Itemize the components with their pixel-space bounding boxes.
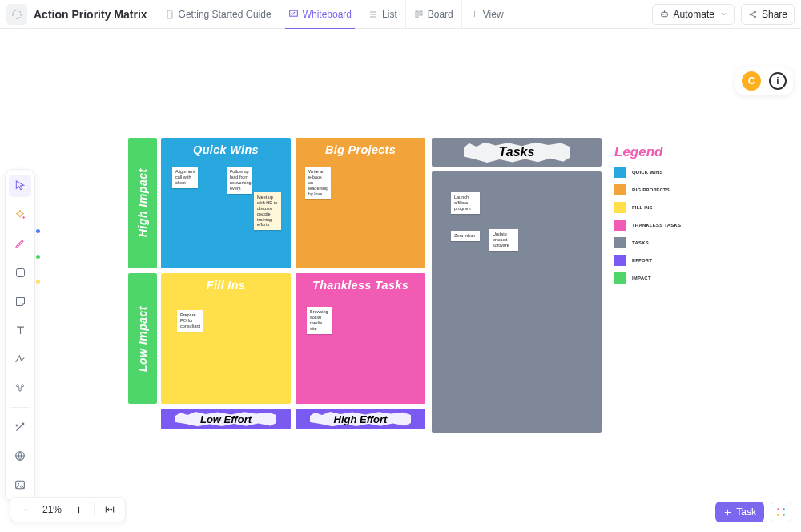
- sticky-card[interactable]: Alignment call with client: [172, 167, 198, 188]
- x-label-high-effort: High Effort: [296, 409, 425, 429]
- sticky-card[interactable]: Browsing social media site: [307, 307, 332, 334]
- view-label: Whiteboard: [303, 9, 352, 20]
- automate-button[interactable]: Automate: [652, 4, 735, 25]
- svg-rect-2: [416, 11, 418, 18]
- legend-item: QUICK WINS: [614, 167, 709, 178]
- page-title: Action Priority Matrix: [34, 8, 147, 21]
- legend-swatch: [614, 272, 626, 284]
- tool-color-dot: [36, 255, 40, 259]
- legend-label: BIG PROJECTS: [632, 187, 670, 192]
- quadrant-title: Quick Wins: [166, 143, 286, 156]
- sticky-card[interactable]: Follow up lead from networking event: [227, 167, 252, 194]
- zoom-out-button[interactable]: [18, 502, 33, 517]
- svg-point-20: [783, 514, 785, 516]
- grid-wrap: Quick Wins Alignment call with client Fo…: [161, 138, 425, 433]
- zoom-control: 21%: [10, 497, 126, 522]
- y-label-low-impact: Low Impact: [128, 273, 157, 404]
- svg-point-0: [13, 10, 22, 18]
- avatar[interactable]: C: [742, 71, 761, 91]
- quadrant-title: Big Projects: [300, 143, 421, 156]
- view-switcher: Getting Started Guide Whiteboard List Bo…: [157, 0, 512, 29]
- svg-point-16: [18, 483, 19, 485]
- view-label: Board: [428, 9, 453, 20]
- view-whiteboard[interactable]: Whiteboard: [280, 0, 360, 29]
- svg-point-18: [783, 508, 785, 510]
- more-shapes-tool[interactable]: [9, 377, 31, 399]
- web-tool[interactable]: [9, 445, 31, 467]
- sticky-card[interactable]: Zero inbox: [451, 231, 480, 241]
- legend-item: TASKS: [614, 237, 709, 248]
- share-button[interactable]: Share: [741, 4, 795, 25]
- quadrant-fill-ins[interactable]: Fill Ins Prepare PO for consultant: [161, 273, 291, 404]
- left-toolbar: [5, 169, 35, 502]
- shape-tool[interactable]: [9, 261, 31, 284]
- svg-point-6: [665, 14, 666, 14]
- legend-item: THANKLESS TASKS: [614, 220, 709, 231]
- legend-title: Legend: [614, 144, 709, 160]
- legend-item: EFFORT: [614, 255, 709, 266]
- connector-tool[interactable]: [9, 348, 31, 370]
- svg-rect-3: [420, 11, 422, 15]
- presence-panel: C i: [735, 67, 793, 95]
- view-label: List: [382, 9, 397, 20]
- y-label-text: High Impact: [136, 169, 149, 238]
- quadrant-quick-wins[interactable]: Quick Wins Alignment call with client Fo…: [161, 138, 291, 268]
- space-icon[interactable]: [6, 4, 27, 25]
- y-label-text: Low Impact: [136, 306, 149, 372]
- sticky-note-tool[interactable]: [9, 290, 31, 312]
- tasks-box[interactable]: Launch affiliate program Zero inbox Upda…: [432, 171, 602, 433]
- legend-swatch: [614, 220, 626, 231]
- zoom-in-button[interactable]: [71, 502, 86, 517]
- view-list[interactable]: List: [360, 0, 406, 29]
- quadrant-thankless[interactable]: Thankless Tasks Browsing social media si…: [296, 273, 425, 404]
- magic-tool[interactable]: [9, 416, 31, 438]
- legend-swatch: [614, 184, 626, 195]
- robot-icon: [659, 9, 670, 19]
- legend-item: IMPACT: [614, 272, 709, 284]
- x-axis: Low Effort High Effort: [161, 409, 425, 429]
- ai-tool[interactable]: [9, 204, 31, 226]
- quadrant-title: Thankless Tasks: [300, 279, 421, 292]
- apps-button[interactable]: [771, 502, 791, 522]
- svg-point-19: [777, 514, 779, 516]
- canvas[interactable]: C i High Impact Low Impact Quick Wins Al…: [0, 29, 801, 532]
- new-task-button[interactable]: Task: [715, 502, 764, 522]
- share-icon: [748, 10, 758, 19]
- tool-color-dot: [36, 229, 40, 233]
- tasks-header: Tasks: [432, 138, 602, 167]
- legend-swatch: [614, 167, 626, 178]
- legend-swatch: [614, 202, 626, 213]
- view-board[interactable]: Board: [406, 0, 462, 29]
- legend-item: BIG PROJECTS: [614, 184, 709, 195]
- plus-icon: [723, 508, 732, 517]
- svg-point-12: [22, 385, 24, 387]
- svg-rect-10: [16, 268, 24, 276]
- sticky-card[interactable]: Meet up with HR to discuss people traini…: [254, 192, 281, 230]
- x-label-text: High Effort: [334, 413, 388, 425]
- svg-rect-4: [661, 12, 667, 16]
- text-tool[interactable]: [9, 319, 31, 341]
- pen-tool[interactable]: [9, 232, 31, 255]
- view-add[interactable]: View: [462, 0, 512, 29]
- bottom-right-controls: Task: [715, 502, 791, 522]
- plus-icon: [470, 10, 479, 18]
- quadrant-big-projects[interactable]: Big Projects Write an e-book on leadersh…: [296, 138, 425, 268]
- zoom-fit-button[interactable]: [103, 502, 117, 517]
- sticky-card[interactable]: Launch affiliate program: [451, 192, 480, 214]
- sticky-card[interactable]: Write an e-book on leadership by love: [305, 167, 331, 199]
- automate-label: Automate: [674, 9, 714, 20]
- legend-label: EFFORT: [632, 258, 652, 263]
- tool-color-dot: [36, 280, 40, 284]
- doc-icon: [165, 10, 175, 19]
- zoom-divider: [94, 503, 95, 516]
- toolbar-divider: [11, 407, 29, 408]
- sticky-card[interactable]: Update product software: [489, 229, 518, 251]
- image-tool[interactable]: [9, 474, 31, 496]
- matrix-grid: Quick Wins Alignment call with client Fo…: [161, 138, 425, 404]
- topbar-left: Action Priority Matrix: [6, 4, 147, 25]
- select-tool[interactable]: [9, 175, 31, 197]
- svg-point-8: [754, 10, 755, 12]
- sticky-card[interactable]: Prepare PO for consultant: [177, 310, 203, 332]
- view-getting-started[interactable]: Getting Started Guide: [157, 0, 280, 29]
- info-icon[interactable]: i: [769, 72, 787, 90]
